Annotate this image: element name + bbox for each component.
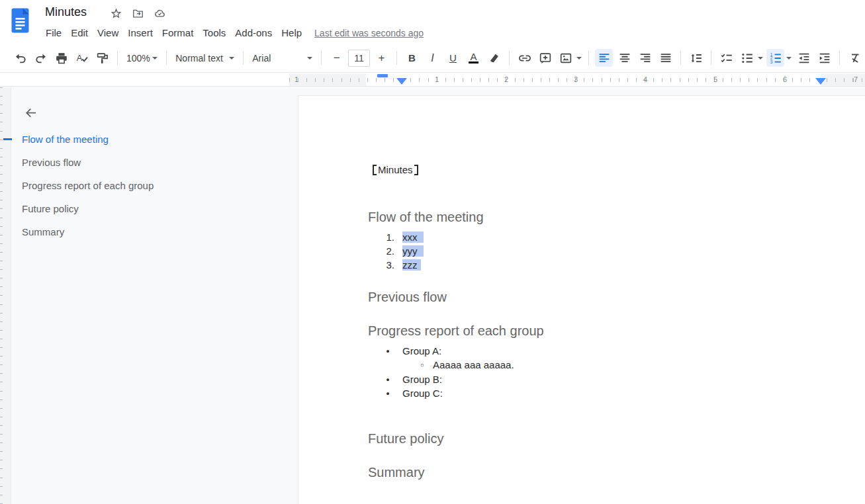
menu-edit[interactable]: Edit <box>66 26 93 40</box>
document-title[interactable]: Minutes <box>45 5 87 19</box>
insert-link-button[interactable] <box>516 49 533 67</box>
numbered-list-item[interactable]: 2.yyy <box>381 244 424 258</box>
outline-item-label: Flow of the meeting <box>22 134 109 145</box>
bulleted-list-dropdown[interactable] <box>758 57 763 60</box>
clear-formatting-button[interactable] <box>846 49 864 67</box>
numbered-list-item[interactable]: 3.zzz <box>381 258 421 272</box>
justify-button[interactable] <box>657 49 674 67</box>
sub-bullet-text[interactable]: Aaaaa aaa aaaaa. <box>433 359 514 370</box>
ruler-label: 1 <box>435 75 439 83</box>
checklist-button[interactable] <box>717 49 735 67</box>
close-outline-button[interactable] <box>20 102 41 123</box>
svg-text:3: 3 <box>770 60 772 64</box>
bulleted-list-button[interactable] <box>738 49 756 67</box>
toolbar-separator <box>588 51 589 65</box>
bold-button[interactable]: B <box>403 49 421 67</box>
redo-button[interactable] <box>32 49 50 67</box>
numbered-list-dropdown[interactable] <box>786 57 792 60</box>
heading-previous-flow[interactable]: Previous flow <box>368 290 447 305</box>
chevron-down-icon <box>307 57 312 60</box>
toolbar-separator <box>117 51 118 65</box>
align-center-button[interactable] <box>615 49 633 67</box>
ruler-label: 5 <box>713 75 717 83</box>
document-outline-panel: Flow of the meeting Previous flow Progre… <box>12 87 290 504</box>
underline-button[interactable]: U <box>444 49 462 67</box>
outline-item-future-policy[interactable]: Future policy <box>12 197 290 220</box>
ruler-label: 7 <box>854 75 858 83</box>
align-right-button[interactable] <box>636 49 654 67</box>
doc-title-line[interactable]: Minutes <box>373 164 418 175</box>
numbered-list-button[interactable]: 123 <box>766 49 784 67</box>
increase-font-size-button[interactable]: + <box>373 49 390 67</box>
zoom-value: 100% <box>126 53 150 63</box>
menu-help[interactable]: Help <box>277 26 306 40</box>
sub-bullet-glyph: ○ <box>416 362 429 368</box>
first-line-indent-marker[interactable] <box>377 74 388 77</box>
decrease-font-size-button[interactable]: − <box>328 49 345 67</box>
bullet-list-item[interactable]: ●Group B: <box>381 372 442 386</box>
spellcheck-button[interactable]: A <box>73 49 91 67</box>
outline-item-flow-of-the-meeting[interactable]: Flow of the meeting <box>12 128 290 151</box>
bullet-text[interactable]: Group A: <box>402 345 441 357</box>
highlight-color-button[interactable] <box>485 49 503 67</box>
bullet-text[interactable]: Group B: <box>402 374 442 385</box>
chevron-down-icon <box>152 57 158 60</box>
align-left-button[interactable] <box>595 49 613 67</box>
list-number: 2. <box>381 245 394 257</box>
outline-item-previous-flow[interactable]: Previous flow <box>12 151 290 174</box>
move-to-folder-icon[interactable] <box>132 7 144 20</box>
menu-format[interactable]: Format <box>158 26 199 40</box>
selected-text[interactable]: xxx <box>402 231 424 243</box>
menu-file[interactable]: File <box>41 26 66 40</box>
bullet-list-item[interactable]: ●Group C: <box>381 386 443 400</box>
numbered-list-item[interactable]: 1.xxx <box>381 230 424 244</box>
outline-item-summary[interactable]: Summary <box>12 220 290 243</box>
ruler-label: 4 <box>643 75 647 83</box>
italic-button[interactable]: I <box>424 49 441 67</box>
insert-image-dropdown[interactable] <box>576 57 582 60</box>
doc-title-text: Minutes <box>378 164 413 175</box>
text-color-button[interactable]: A <box>465 49 482 67</box>
heading-progress-report[interactable]: Progress report of each group <box>368 323 544 339</box>
menu-view[interactable]: View <box>93 26 123 40</box>
menu-addons[interactable]: Add-ons <box>230 26 277 40</box>
print-button[interactable] <box>52 49 70 67</box>
line-spacing-button[interactable] <box>687 49 705 67</box>
selected-text[interactable]: yyy <box>402 245 424 257</box>
toolbar-separator <box>321 51 322 65</box>
menu-insert[interactable]: Insert <box>123 26 158 40</box>
font-family-select[interactable]: Arial <box>248 49 316 67</box>
svg-text:A: A <box>76 53 82 63</box>
heading-future-policy[interactable]: Future policy <box>368 431 444 446</box>
list-number: 1. <box>381 231 394 243</box>
right-indent-marker[interactable] <box>815 78 826 85</box>
add-comment-button[interactable] <box>536 49 554 67</box>
menu-bar: File Edit View Insert Format Tools Add-o… <box>41 26 424 40</box>
left-indent-marker[interactable] <box>396 78 407 85</box>
outline-item-progress-report[interactable]: Progress report of each group <box>12 174 290 197</box>
last-edit-link[interactable]: Last edit was seconds ago <box>314 28 424 38</box>
undo-button[interactable] <box>11 49 29 67</box>
bullet-list-item[interactable]: ●Group A: <box>381 344 441 358</box>
menu-tools[interactable]: Tools <box>198 26 230 40</box>
heading-flow-of-the-meeting[interactable]: Flow of the meeting <box>368 210 484 225</box>
paragraph-style-select[interactable]: Normal text <box>171 49 238 67</box>
docs-logo-icon[interactable] <box>11 8 29 33</box>
vertical-ruler[interactable] <box>0 87 11 504</box>
selected-text[interactable]: zzz <box>402 259 421 271</box>
paint-format-button[interactable] <box>93 49 111 67</box>
insert-image-button[interactable] <box>557 49 574 67</box>
document-page[interactable]: Minutes Flow of the meeting 1.xxx 2.yyy … <box>298 95 865 504</box>
zoom-select[interactable]: 100% <box>122 49 161 67</box>
star-icon[interactable] <box>110 7 122 20</box>
current-text-color-swatch <box>469 62 478 64</box>
decrease-indent-button[interactable] <box>795 49 813 67</box>
main-area: Flow of the meeting Previous flow Progre… <box>0 87 865 504</box>
font-size-input[interactable]: 11 <box>348 50 370 67</box>
increase-indent-button[interactable] <box>815 49 833 67</box>
horizontal-ruler[interactable]: 1 1 2 3 4 5 6 7 <box>0 73 865 87</box>
cloud-status-icon[interactable] <box>154 7 166 20</box>
heading-summary[interactable]: Summary <box>368 465 425 480</box>
bullet-text[interactable]: Group C: <box>402 388 443 399</box>
sub-bullet-list-item[interactable]: ○Aaaaa aaa aaaaa. <box>416 358 514 372</box>
